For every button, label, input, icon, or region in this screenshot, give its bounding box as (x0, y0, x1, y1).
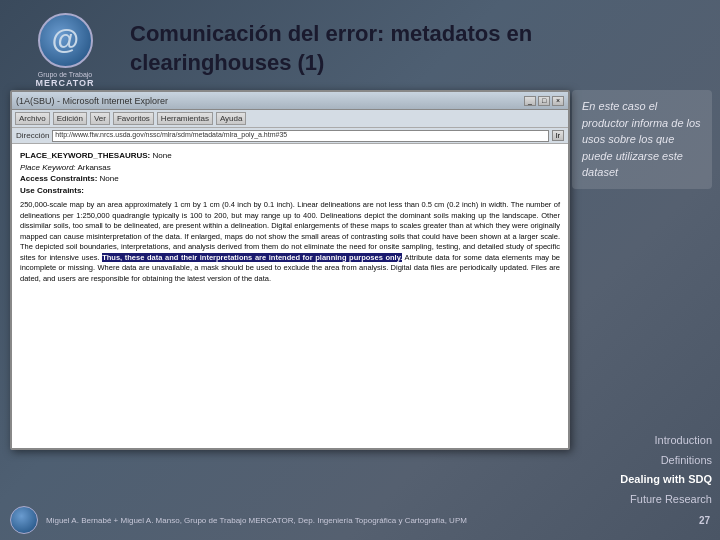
highlight-planning: Thus, these data and their interpretatio… (102, 253, 402, 262)
field-place-keyword-thesaurus: PLACE_KEYWORD_THESAURUS: None (20, 150, 560, 162)
content-paragraph-1: 250,000-scale map by an area approximate… (20, 200, 560, 284)
browser-content: PLACE_KEYWORD_THESAURUS: None Place Keyw… (12, 144, 568, 448)
browser-maximize-btn[interactable]: □ (538, 96, 550, 106)
address-label: Dirección (16, 131, 49, 140)
field-value-1: None (152, 151, 171, 160)
logo-at-symbol: @ (51, 24, 78, 56)
footer-page-number: 27 (699, 515, 710, 526)
browser-toolbar: Archivo Edición Ver Favoritos Herramient… (12, 110, 568, 128)
field-label-4: Use Constraints: (20, 186, 84, 195)
browser-window: (1A(SBU) - Microsoft Internet Explorer _… (10, 90, 570, 450)
browser-minimize-btn[interactable]: _ (524, 96, 536, 106)
menu-edicion[interactable]: Edición (53, 112, 87, 125)
footer-logo (10, 506, 38, 534)
menu-archivo[interactable]: Archivo (15, 112, 50, 125)
footer: Miguel A. Bernabé + Miguel A. Manso, Gru… (10, 506, 710, 534)
field-label-2: Place Keyword: (20, 163, 76, 172)
logo-area: @ Grupo de Trabajo MERCATOR (10, 10, 120, 90)
field-value-3: None (100, 174, 119, 183)
logo-circle: @ (38, 13, 93, 68)
logo-mercator-label: MERCATOR (35, 78, 94, 88)
description-text: En este caso el productor informa de los… (582, 98, 702, 181)
nav-dealing-with-sdq[interactable]: Dealing with SDQ (572, 470, 712, 490)
browser-title: (1A(SBU) - Microsoft Internet Explorer (16, 96, 524, 106)
description-box: En este caso el productor informa de los… (572, 90, 712, 189)
field-place-keyword: Place Keyword: Arkansas (20, 162, 560, 174)
nav-introduction[interactable]: Introduction (572, 431, 712, 451)
logo-grupo-label: Grupo de Trabajo (35, 71, 94, 78)
browser-close-btn[interactable]: × (552, 96, 564, 106)
menu-ayuda[interactable]: Ayuda (216, 112, 247, 125)
field-value-2: Arkansas (77, 163, 110, 172)
bottom-nav: Introduction Definitions Dealing with SD… (572, 431, 712, 510)
footer-authors: Miguel A. Bernabé + Miguel A. Manso, Gru… (46, 516, 691, 525)
field-label-1: PLACE_KEYWORD_THESAURUS: (20, 151, 150, 160)
browser-address-bar: Dirección http://www.ftw.nrcs.usda.gov/n… (12, 128, 568, 144)
browser-controls[interactable]: _ □ × (524, 96, 564, 106)
field-access-constraints: Access Constraints: None (20, 173, 560, 185)
nav-definitions[interactable]: Definitions (572, 451, 712, 471)
menu-ver[interactable]: Ver (90, 112, 110, 125)
menu-herramientas[interactable]: Herramientas (157, 112, 213, 125)
field-label-3: Access Constraints: (20, 174, 97, 183)
address-input[interactable]: http://www.ftw.nrcs.usda.gov/nssc/mlra/s… (52, 130, 548, 142)
right-panel: En este caso el productor informa de los… (572, 90, 712, 199)
logo-text: Grupo de Trabajo MERCATOR (35, 71, 94, 88)
browser-titlebar: (1A(SBU) - Microsoft Internet Explorer _… (12, 92, 568, 110)
page-title: Comunicación del error: metadatos en cle… (130, 20, 710, 77)
field-use-constraints: Use Constraints: (20, 185, 560, 197)
menu-favoritos[interactable]: Favoritos (113, 112, 154, 125)
go-button[interactable]: Ir (552, 130, 564, 141)
